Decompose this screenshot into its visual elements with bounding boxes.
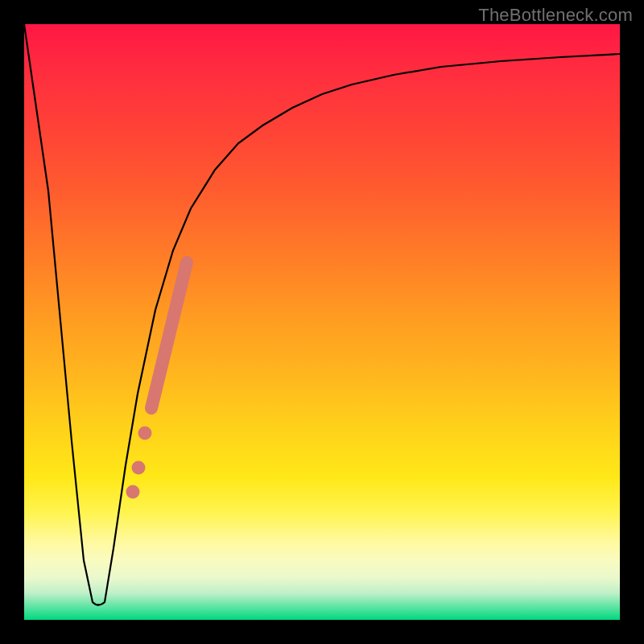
bottleneck-curve bbox=[24, 24, 620, 605]
highlight-dot bbox=[138, 427, 152, 440]
watermark-text: TheBottleneck.com bbox=[478, 5, 633, 26]
highlight-segment bbox=[151, 262, 187, 408]
chart-container: TheBottleneck.com bbox=[0, 0, 644, 644]
highlight-dot bbox=[126, 485, 140, 499]
highlight-dot bbox=[132, 461, 146, 475]
curve-layer bbox=[24, 24, 620, 620]
plot-area bbox=[24, 24, 620, 620]
